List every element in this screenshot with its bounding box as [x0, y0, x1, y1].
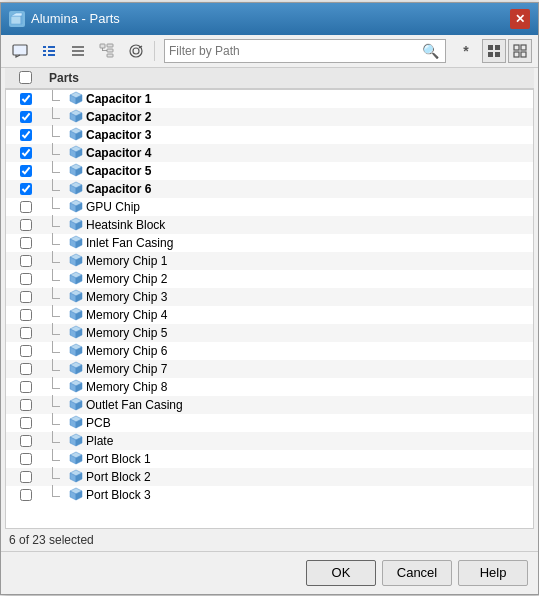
row-checkbox[interactable]: [20, 291, 32, 303]
list-item[interactable]: Plate: [6, 432, 533, 450]
list-item[interactable]: Memory Chip 5: [6, 324, 533, 342]
part-name: Capacitor 4: [86, 146, 151, 160]
svg-rect-29: [521, 52, 526, 57]
row-checkbox[interactable]: [20, 237, 32, 249]
row-content: Memory Chip 5: [46, 323, 533, 342]
row-checkbox[interactable]: [20, 219, 32, 231]
row-checkbox[interactable]: [20, 111, 32, 123]
close-button[interactable]: ✕: [510, 9, 530, 29]
row-checkbox[interactable]: [20, 489, 32, 501]
row-checkbox[interactable]: [20, 345, 32, 357]
part-icon: [68, 305, 84, 324]
row-checkbox[interactable]: [20, 309, 32, 321]
row-checkbox[interactable]: [20, 417, 32, 429]
title-bar: Alumina - Parts ✕: [1, 3, 538, 35]
svg-marker-2: [21, 16, 22, 24]
part-icon: [68, 395, 84, 414]
list-item[interactable]: Capacitor 6: [6, 180, 533, 198]
part-icon: [68, 269, 84, 288]
search-icon[interactable]: 🔍: [420, 43, 441, 59]
list-item[interactable]: Port Block 2: [6, 468, 533, 486]
row-checkbox[interactable]: [20, 327, 32, 339]
part-icon: [68, 449, 84, 468]
outline-view-button[interactable]: [508, 39, 532, 63]
svg-rect-26: [514, 45, 519, 50]
part-name: Memory Chip 7: [86, 362, 167, 376]
list-item[interactable]: Memory Chip 6: [6, 342, 533, 360]
list-item[interactable]: Capacitor 5: [6, 162, 533, 180]
list-item[interactable]: Capacitor 3: [6, 126, 533, 144]
row-checkbox[interactable]: [20, 363, 32, 375]
row-checkbox[interactable]: [20, 255, 32, 267]
part-icon: [68, 431, 84, 450]
asterisk-button[interactable]: *: [453, 39, 479, 63]
part-icon: [68, 161, 84, 180]
help-button[interactable]: Help: [458, 560, 528, 586]
tree-view-button[interactable]: [94, 39, 120, 63]
list-item[interactable]: PCB: [6, 414, 533, 432]
select-all-checkbox[interactable]: [19, 71, 32, 84]
part-name: Memory Chip 6: [86, 344, 167, 358]
row-checkbox[interactable]: [20, 93, 32, 105]
row-checkbox-cell: [6, 399, 46, 411]
part-icon: [68, 197, 84, 216]
row-checkbox-cell: [6, 183, 46, 195]
list-item[interactable]: Capacitor 2: [6, 108, 533, 126]
part-icon: [68, 107, 84, 126]
svg-rect-13: [100, 44, 105, 48]
lines-view-button[interactable]: [65, 39, 91, 63]
ok-button[interactable]: OK: [306, 560, 376, 586]
status-text: 6 of 23 selected: [9, 533, 94, 547]
list-item[interactable]: Capacitor 4: [6, 144, 533, 162]
chat-icon-button[interactable]: [7, 39, 33, 63]
list-item[interactable]: Memory Chip 2: [6, 270, 533, 288]
list-item[interactable]: Inlet Fan Casing: [6, 234, 533, 252]
list-item[interactable]: Memory Chip 7: [6, 360, 533, 378]
row-checkbox[interactable]: [20, 399, 32, 411]
row-checkbox[interactable]: [20, 273, 32, 285]
row-checkbox-cell: [6, 201, 46, 213]
list-item[interactable]: Port Block 1: [6, 450, 533, 468]
row-checkbox[interactable]: [20, 435, 32, 447]
row-checkbox[interactable]: [20, 471, 32, 483]
row-checkbox-cell: [6, 435, 46, 447]
row-checkbox[interactable]: [20, 201, 32, 213]
filter-button[interactable]: [123, 39, 149, 63]
row-checkbox[interactable]: [20, 129, 32, 141]
part-icon: [68, 125, 84, 144]
list-item[interactable]: Port Block 3: [6, 486, 533, 504]
cancel-button[interactable]: Cancel: [382, 560, 452, 586]
part-name: Memory Chip 2: [86, 272, 167, 286]
list-view-button[interactable]: [36, 39, 62, 63]
list-item[interactable]: Memory Chip 3: [6, 288, 533, 306]
row-checkbox-cell: [6, 237, 46, 249]
row-checkbox-cell: [6, 489, 46, 501]
filled-view-button[interactable]: [482, 39, 506, 63]
toolbar: 🔍 *: [1, 35, 538, 68]
list-item[interactable]: Memory Chip 1: [6, 252, 533, 270]
list-item[interactable]: Memory Chip 4: [6, 306, 533, 324]
row-checkbox[interactable]: [20, 165, 32, 177]
part-icon: [68, 467, 84, 486]
row-checkbox[interactable]: [20, 183, 32, 195]
row-checkbox[interactable]: [20, 381, 32, 393]
search-input[interactable]: [169, 44, 420, 58]
part-icon: [68, 341, 84, 360]
row-checkbox[interactable]: [20, 453, 32, 465]
parts-list[interactable]: Capacitor 1 Capacitor 2 Capacitor 3 Capa…: [5, 89, 534, 529]
part-icon: [68, 287, 84, 306]
row-checkbox[interactable]: [20, 147, 32, 159]
part-icon: [68, 89, 84, 108]
list-item[interactable]: Outlet Fan Casing: [6, 396, 533, 414]
list-item[interactable]: GPU Chip: [6, 198, 533, 216]
list-item[interactable]: Heatsink Block: [6, 216, 533, 234]
part-name: Outlet Fan Casing: [86, 398, 183, 412]
part-icon: [68, 323, 84, 342]
app-icon: [9, 11, 25, 27]
list-item[interactable]: Capacitor 1: [6, 90, 533, 108]
part-name: Capacitor 3: [86, 128, 151, 142]
svg-rect-4: [43, 46, 46, 48]
list-item[interactable]: Memory Chip 8: [6, 378, 533, 396]
part-icon: [68, 359, 84, 378]
svg-rect-27: [521, 45, 526, 50]
